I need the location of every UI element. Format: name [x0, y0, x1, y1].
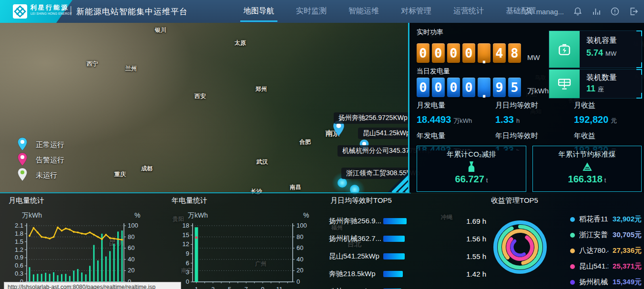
hours-top5-bar-track — [383, 236, 463, 242]
svg-text:9: 9 — [186, 250, 189, 257]
panel-left-border — [408, 23, 409, 193]
digit-cell: 0 — [462, 78, 475, 97]
hours-top5-row: 扬州奔驰256.9...1.69 h — [329, 212, 486, 230]
digit-cell: 9 — [493, 78, 506, 97]
signal-icon[interactable] — [592, 7, 601, 16]
legend-row-1: 告警运行 — [17, 152, 64, 168]
count-icon-box — [549, 70, 580, 98]
logout-icon[interactable] — [629, 7, 638, 16]
hours-top5-bar-track — [383, 271, 463, 277]
revenue-top5-value: 30,705元 — [613, 230, 642, 239]
svg-text:0.3: 0.3 — [15, 270, 23, 277]
monthly-energy-chart: 月电量统计 万kWh % 00.30.60.91.21.51.82.102040… — [5, 196, 165, 205]
installed-count-card: 装机数量 11座 — [549, 69, 642, 99]
hours-top5-bar — [383, 271, 403, 277]
map-bottom-divider — [0, 192, 411, 193]
map-city-label: 西安 — [194, 92, 206, 100]
digit-cell: 8 — [508, 43, 521, 63]
digit-cell: 0 — [417, 43, 429, 63]
revenue-top5-row: 扬州机械3...15,349元 — [570, 274, 642, 289]
nav-item-map-nav[interactable]: 地图导航 — [233, 0, 285, 23]
svg-text:40: 40 — [128, 256, 134, 263]
legend-dot — [570, 249, 575, 253]
map-city-label: 南昌 — [290, 183, 301, 191]
yearly-chart-plot: 03691215180204060801001357911 — [168, 220, 325, 289]
stat-month-energy: 月发电量18.4493万kWh — [417, 101, 493, 125]
svg-text:0: 0 — [296, 278, 300, 285]
main-nav: 地图导航实时监测智能运维对标管理运营统计基础配置 — [233, 0, 547, 23]
user-menu[interactable]: manag... — [524, 7, 564, 16]
stat-label: 月收益 — [574, 101, 644, 110]
hours-top5-station: 奔驰218.5kWp — [329, 269, 383, 279]
svg-text:7: 7 — [245, 286, 248, 289]
monthly-left-axis-unit: 万kWh — [22, 211, 42, 220]
digit-cell: 0 — [462, 43, 475, 63]
co2-reduction-card: 年累计CO₂减排 66.727t — [417, 146, 526, 192]
digit-cell: 4 — [493, 43, 506, 63]
svg-text:6: 6 — [186, 259, 189, 267]
stat-month-revenue: 月收益192,820元 — [574, 101, 644, 125]
co2-card-title: 年累计CO₂减排 — [417, 150, 526, 159]
monthly-chart-title: 月电量统计 — [9, 196, 165, 205]
station-tooltip: 昆山541.25kWp — [358, 128, 415, 139]
revenue-top5-value: 25,371元 — [613, 262, 642, 271]
svg-text:80: 80 — [296, 233, 303, 240]
digit-dot: . — [478, 43, 491, 63]
svg-text:15: 15 — [183, 231, 189, 239]
nav-item-smart-ops[interactable]: 智能运维 — [337, 0, 390, 23]
svg-text:1.8: 1.8 — [15, 230, 23, 237]
solar-panel-icon — [557, 76, 572, 91]
station-status-legend: 正常运行告警运行未运行 — [17, 137, 64, 183]
svg-text:18: 18 — [183, 222, 189, 229]
info-icon[interactable] — [610, 7, 620, 16]
digit-dot: . — [478, 78, 491, 97]
map-city-label: 武汉 — [256, 158, 268, 166]
coal-saving-card: 年累计节约标准煤 166.318t — [532, 146, 642, 192]
realtime-power-display: 0000.48MW — [417, 43, 540, 63]
map-city-label: 兰州 — [125, 65, 137, 73]
capacity-unit: MW — [605, 50, 616, 57]
revenue-ring — [497, 224, 543, 270]
stat-value: 192,820 — [574, 114, 608, 125]
hours-top5-row: 昆山541.25kWp1.55 h — [329, 248, 486, 265]
svg-text:1: 1 — [194, 286, 198, 289]
revenue-top5-station: 浙江安普实... — [579, 230, 608, 239]
hours-top5-value: 1.56 h — [463, 235, 486, 243]
hours-top5-row: 奔驰218.5kWp1.42 h — [329, 265, 486, 283]
capacity-label: 装机容量 — [586, 36, 642, 46]
revenue-top5-legend: 稻花香110...32,902元浙江安普实...30,705元八达780.4..… — [570, 211, 642, 289]
revenue-top5-station: 昆山541.2... — [579, 262, 608, 271]
svg-text:1.2: 1.2 — [15, 246, 23, 253]
nav-item-operation-stats[interactable]: 运营统计 — [442, 0, 495, 23]
nav-item-benchmark-mgmt[interactable]: 对标管理 — [390, 0, 442, 23]
hours-top5-row: 八达780.45kWp1.33 h — [329, 283, 486, 289]
nav-item-realtime-monitor[interactable]: 实时监测 — [285, 0, 337, 23]
revenue-top5-station: 稻花香110... — [579, 215, 608, 224]
yearly-left-axis-unit: 万kWh — [188, 211, 208, 220]
title-separator: | — [70, 5, 72, 16]
revenue-top5-value: 15,349元 — [613, 278, 642, 287]
svg-text:100: 100 — [296, 222, 307, 229]
digit-cell: 0 — [447, 78, 460, 97]
user-icon — [524, 7, 533, 16]
legend-dot — [570, 233, 575, 238]
top-bar: 利星行能源 LEI SHING HONG ENERGY | 新能源电站智能集中运… — [0, 0, 644, 23]
stat-month-hours: 月日均等效时1.33h — [495, 101, 572, 125]
map-city-label: 郑州 — [256, 85, 267, 93]
realtime-power-label: 实时功率 — [417, 28, 443, 37]
digit-cell: 0 — [447, 43, 460, 63]
station-tooltip: 扬州奔驰256.9725KWp — [334, 112, 412, 124]
hours-top5-list: 扬州奔驰256.9...1.69 h扬州机械362.7...1.56 h昆山54… — [329, 212, 486, 289]
revenue-top5-station: 扬州机械3... — [579, 278, 608, 287]
map-city-label: 合肥 — [299, 138, 311, 146]
co2-unit: t — [486, 177, 488, 184]
revenue-top5-row: 八达780.4...27,336元 — [570, 243, 642, 259]
bell-icon[interactable] — [573, 7, 583, 16]
hours-top5-station: 八达780.45kWp — [329, 287, 383, 289]
header-actions: manag... — [524, 0, 638, 23]
legend-label: 正常运行 — [36, 140, 64, 149]
daily-energy-display: 0000.95万kWh — [417, 78, 549, 97]
svg-text:2.1: 2.1 — [15, 222, 23, 229]
revenue-top5-row: 昆山541.2...25,371元 — [570, 259, 642, 274]
svg-text:100: 100 — [128, 222, 138, 229]
